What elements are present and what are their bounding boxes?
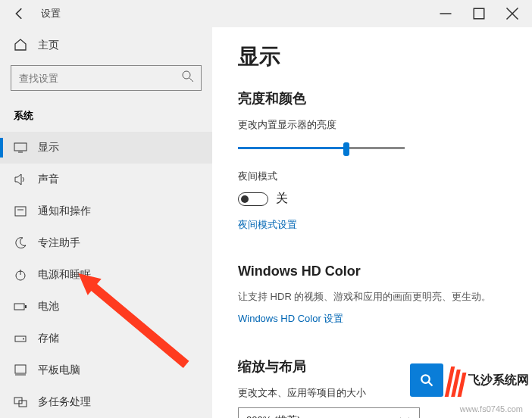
slider-fill [238,147,346,149]
back-button[interactable] [3,0,36,27]
nav-notifications[interactable]: 通知和操作 [0,195,212,227]
nav-sound[interactable]: 声音 [0,164,212,195]
nav-label: 声音 [38,173,59,186]
nightlight-toggle[interactable] [238,192,268,206]
notification-icon [14,204,27,218]
search-input[interactable] [11,65,202,91]
toggle-knob [241,195,249,203]
watermark-url: www.fs0745.com [460,404,523,413]
magnifier-icon [410,363,443,397]
close-icon [505,7,519,20]
nightlight-settings-link[interactable]: 夜间模式设置 [238,218,297,232]
svg-point-13 [23,338,24,340]
svg-rect-6 [15,207,26,216]
home-label: 主页 [38,39,59,52]
svg-rect-11 [25,305,27,308]
scale-dropdown[interactable]: 200% (推荐) [238,407,420,418]
arrow-left-icon [13,7,27,20]
search-icon [175,70,201,86]
nav-label: 存储 [38,332,59,345]
nav-label: 平板电脑 [38,363,80,377]
minimize-button[interactable] [429,0,462,27]
nav-label: 通知和操作 [38,204,91,218]
monitor-icon [14,141,27,154]
hdr-desc: 让支持 HDR 的视频、游戏和应用的画面更明亮、更生动。 [238,290,506,304]
brightness-slider[interactable] [238,139,405,158]
brand-text: 飞沙系统网 [468,373,529,388]
svg-rect-4 [14,143,27,151]
nav-power[interactable]: 电源和睡眠 [0,259,212,291]
svg-line-3 [189,78,193,82]
svg-line-19 [428,382,432,385]
multitask-icon [14,395,27,409]
search-field[interactable] [11,73,175,84]
scale-value: 200% (推荐) [246,413,301,418]
tablet-icon [14,363,27,377]
home-link[interactable]: 主页 [0,33,212,58]
power-icon [14,268,27,282]
nav-label: 显示 [38,141,59,154]
brightness-label: 更改内置显示器的亮度 [238,118,506,132]
svg-rect-1 [474,8,484,19]
nav-label: 多任务处理 [38,395,91,409]
nav-label: 专注助手 [38,236,80,250]
storage-icon [14,332,27,345]
window-title: 设置 [41,7,61,20]
brand-stripes [448,363,464,397]
maximize-button[interactable] [462,0,496,27]
section-label: 系统 [0,98,212,132]
nav-multitask[interactable]: 多任务处理 [0,386,212,418]
battery-icon [14,300,27,314]
hdr-heading: Windows HD Color [238,264,506,279]
home-icon [14,38,27,54]
titlebar: 设置 [0,0,532,27]
nightlight-state: 关 [276,191,288,207]
svg-point-18 [421,375,430,383]
minimize-icon [439,7,452,20]
slider-thumb[interactable] [343,142,349,156]
moon-icon [14,236,27,250]
page-title: 显示 [238,42,506,71]
nav-label: 电池 [38,300,59,314]
chevron-down-icon [398,413,412,418]
nav-list: 显示 声音 通知和操作 专注助手 电源和睡眠 电池 存储 平板电脑 多任务处理 [0,132,212,418]
nightlight-label: 夜间模式 [238,170,506,183]
svg-rect-14 [15,365,26,373]
maximize-icon [472,7,486,20]
svg-point-2 [183,71,190,79]
brightness-heading: 亮度和颜色 [238,89,506,108]
svg-rect-10 [14,304,24,310]
speaker-icon [14,173,27,186]
brand-logo: 飞沙系统网 [410,363,529,397]
hdr-link[interactable]: Windows HD Color 设置 [238,312,343,326]
main-content: 显示 亮度和颜色 更改内置显示器的亮度 夜间模式 关 夜间模式设置 Window… [212,27,532,418]
nav-focus[interactable]: 专注助手 [0,227,212,259]
nav-storage[interactable]: 存储 [0,323,212,354]
nav-display[interactable]: 显示 [0,132,212,164]
close-button[interactable] [496,0,529,27]
